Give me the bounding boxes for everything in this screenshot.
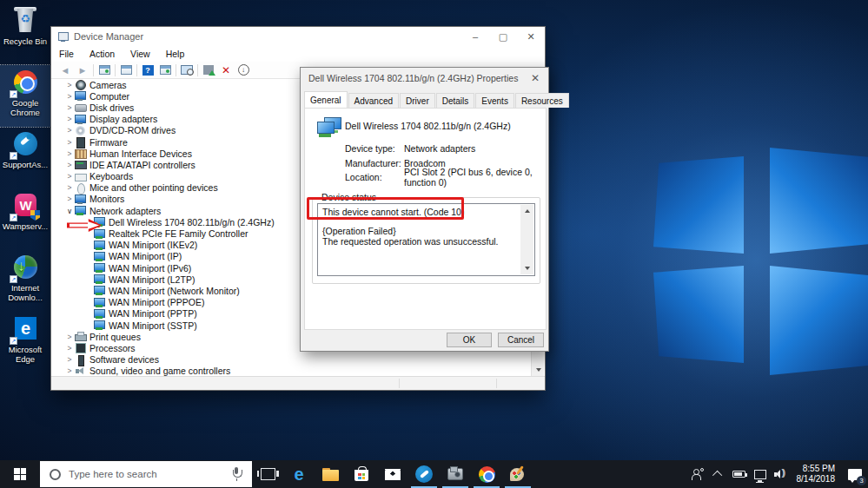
field-value: Network adapters	[404, 143, 475, 154]
menu-bar: FileActionViewHelp	[51, 46, 545, 62]
chevron-collapsed-icon[interactable]: >	[64, 344, 75, 353]
cancel-button[interactable]: Cancel	[498, 333, 544, 347]
dialog-titlebar[interactable]: Dell Wireless 1704 802.11b/g/n (2.4GHz) …	[301, 68, 548, 89]
tree-item[interactable]: >Software devices	[52, 354, 533, 366]
chevron-collapsed-icon[interactable]: >	[64, 333, 75, 341]
chevron-collapsed-icon[interactable]: >	[64, 172, 75, 181]
disable-icon[interactable]: ↓	[235, 63, 252, 77]
desktop-icon-idm[interactable]: ↓↗InternetDownlo...	[0, 250, 50, 312]
window-icon[interactable]	[96, 63, 113, 77]
device-manager-titlebar[interactable]: Device Manager – ▢ ✕	[51, 27, 545, 46]
start-button[interactable]	[0, 460, 40, 488]
menu-item-file[interactable]: File	[51, 49, 82, 59]
people-icon	[692, 468, 704, 480]
microphone-icon[interactable]	[231, 467, 242, 481]
status-scroll-up-icon[interactable]	[520, 205, 533, 217]
tab-general[interactable]: General	[304, 91, 348, 108]
taskbar-app-paint[interactable]	[502, 460, 533, 488]
maximize-button[interactable]: ▢	[489, 27, 517, 46]
chevron-collapsed-icon[interactable]: >	[64, 126, 75, 135]
chevron-expanded-icon[interactable]: ∨	[64, 207, 75, 215]
tree-item-label: Monitors	[89, 194, 124, 204]
cortana-icon	[50, 469, 61, 480]
desktop-icon-chrome[interactable]: ↗GoogleChrome	[0, 65, 50, 127]
taskbar-app-mail[interactable]	[377, 460, 408, 488]
people-button[interactable]	[687, 460, 708, 488]
screen-device-icon	[75, 195, 86, 204]
desktop-icon-recycle[interactable]: ♻Recycle Bin	[0, 3, 50, 65]
action-center-button[interactable]: 3	[842, 460, 868, 488]
show-hidden-icons-button[interactable]	[708, 460, 729, 488]
scan-hardware-icon[interactable]	[178, 63, 195, 77]
taskbar-app-edge[interactable]: e	[283, 460, 315, 488]
chevron-collapsed-icon[interactable]: >	[64, 355, 75, 364]
taskbar-app-chrome[interactable]	[471, 460, 502, 488]
taskbar-app-sa[interactable]	[408, 460, 440, 488]
battery-button[interactable]	[729, 460, 750, 488]
tree-item-label: WAN Miniport (IPv6)	[109, 263, 191, 274]
chevron-collapsed-icon[interactable]: >	[64, 92, 75, 101]
taskbar-app-folder[interactable]	[315, 460, 346, 488]
chevron-collapsed-icon[interactable]: >	[64, 195, 75, 203]
chevron-collapsed-icon[interactable]: >	[64, 138, 75, 147]
taskbar-search[interactable]: Type here to search	[40, 461, 252, 487]
tab-details[interactable]: Details	[436, 93, 475, 108]
menu-item-help[interactable]: Help	[158, 49, 193, 59]
wampserver-icon: W↗	[10, 191, 40, 221]
dialog-close-icon[interactable]: ✕	[531, 72, 540, 84]
ok-button[interactable]: OK	[447, 333, 492, 347]
chevron-collapsed-icon[interactable]: >	[64, 183, 75, 192]
tab-resources[interactable]: Resources	[515, 93, 569, 108]
scroll-down-icon[interactable]	[532, 363, 545, 376]
sound-device-icon	[75, 366, 86, 376]
back-icon[interactable]: ◄	[56, 63, 74, 77]
tree-item-label: Human Interface Devices	[89, 148, 192, 159]
status-bar	[51, 376, 545, 390]
close-button[interactable]: ✕	[517, 27, 545, 46]
chevron-collapsed-icon[interactable]: >	[64, 115, 75, 123]
window-show-icon[interactable]	[156, 63, 174, 77]
minimize-button[interactable]: –	[461, 27, 489, 46]
network-button[interactable]	[750, 460, 771, 488]
desktop: ♻Recycle Bin↗GoogleChrome↗SupportAs...W↗…	[0, 0, 868, 488]
recycle-bin-icon: ♻	[10, 6, 40, 36]
tab-driver[interactable]: Driver	[400, 93, 435, 108]
pinned-apps: e	[283, 460, 533, 488]
help-icon[interactable]: ?	[139, 63, 156, 77]
chevron-collapsed-icon[interactable]: >	[64, 161, 75, 169]
window-export-icon[interactable]	[117, 63, 135, 77]
netcard-device-icon	[94, 263, 105, 273]
desktop-icon-wamp[interactable]: W↗Wampserv...	[0, 188, 50, 250]
tab-advanced[interactable]: Advanced	[348, 93, 399, 108]
network-adapter-icon	[315, 117, 347, 140]
chevron-collapsed-icon[interactable]: >	[64, 81, 75, 89]
hid-device-icon	[75, 148, 86, 158]
menu-item-view[interactable]: View	[123, 49, 158, 59]
chevron-collapsed-icon[interactable]: >	[64, 366, 75, 375]
chevron-collapsed-icon[interactable]: >	[64, 103, 75, 112]
volume-button[interactable]: ))	[771, 460, 792, 488]
tree-item[interactable]: >Sound, video and game controllers	[52, 366, 533, 376]
taskbar-app-devmgr[interactable]	[440, 460, 471, 488]
forward-icon[interactable]: ►	[74, 63, 91, 77]
update-driver-icon[interactable]	[200, 63, 217, 77]
ide-device-icon	[75, 160, 86, 169]
desktop-icon-sa[interactable]: ↗SupportAs...	[0, 127, 50, 188]
system-tray: )) 8:55 PM 8/14/2018 3	[687, 460, 868, 488]
desktop-icon-edge[interactable]: e↗MicrosoftEdge	[0, 312, 50, 373]
volume-icon: ))	[774, 469, 788, 479]
device-field-row: Location:PCI Slot 2 (PCI bus 6, device 0…	[345, 170, 539, 185]
tree-item-label: WAN Miniport (PPTP)	[109, 308, 197, 319]
taskbar-clock[interactable]: 8:55 PM 8/14/2018	[792, 464, 843, 485]
dvd-device-icon	[75, 126, 86, 135]
status-scroll-down-icon[interactable]	[520, 262, 533, 274]
tree-item-label: Realtek PCIe FE Family Controller	[109, 228, 248, 239]
menu-item-action[interactable]: Action	[82, 49, 123, 59]
tab-events[interactable]: Events	[475, 93, 514, 108]
taskbar: Type here to search e )) 8:55 PM 8/14/20…	[0, 460, 868, 488]
uninstall-icon[interactable]: ✕	[217, 63, 235, 77]
chevron-collapsed-icon[interactable]: >	[64, 149, 75, 158]
status-scrollbar[interactable]	[520, 205, 533, 274]
task-view-button[interactable]	[252, 460, 283, 488]
taskbar-app-store[interactable]	[346, 460, 377, 488]
